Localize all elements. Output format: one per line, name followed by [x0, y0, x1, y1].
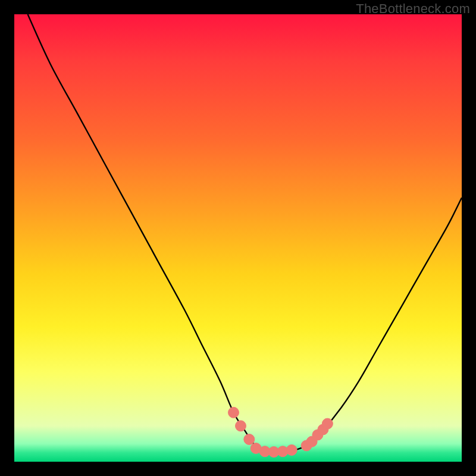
curve-marker	[322, 418, 333, 429]
bottleneck-curve	[28, 14, 462, 452]
curve-marker	[286, 444, 297, 455]
curve-marker	[244, 434, 255, 444]
chart-svg	[14, 14, 462, 462]
watermark-text: TheBottleneck.com	[356, 1, 470, 17]
curve-marker	[228, 407, 239, 418]
curve-marker	[236, 421, 246, 431]
outer-frame: TheBottleneck.com	[0, 0, 476, 476]
marker-group	[228, 407, 333, 457]
plot-area	[14, 14, 462, 462]
